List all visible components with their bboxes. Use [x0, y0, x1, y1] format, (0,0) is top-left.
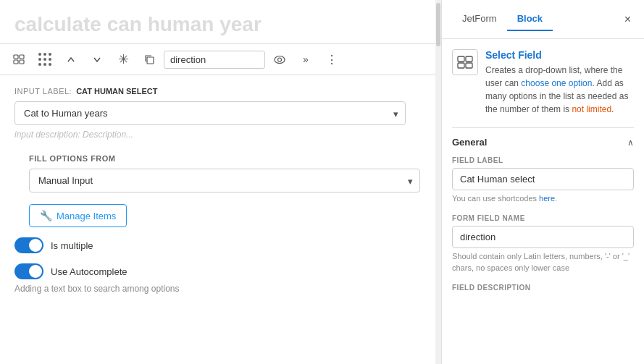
field-label-title: FIELD LABEL [452, 156, 634, 164]
drag-handle-btn[interactable] [33, 48, 57, 71]
input-label-prefix: INPUT LABEL: [14, 87, 72, 96]
form-field-name-hint: Should contain only Latin letters, numbe… [452, 251, 634, 274]
field-description-group: FIELD DESCRIPTION [452, 284, 634, 292]
field-icon [452, 49, 478, 75]
is-multiple-row: Is multiple [14, 237, 421, 253]
svg-rect-10 [466, 63, 472, 68]
right-panel-header: JetForm Block × [442, 0, 644, 39]
general-section: General ∧ FIELD LABEL You can use shortc… [452, 127, 634, 292]
left-panel: calculate can human year [0, 0, 435, 364]
field-info-text: Select Field Creates a drop-down list, w… [485, 49, 634, 116]
input-description-label: input description: [14, 130, 80, 140]
field-description: Creates a drop-down list, where the user… [485, 64, 634, 116]
svg-rect-7 [458, 56, 464, 62]
input-label-value: CAT HUMAN SELECT [76, 87, 157, 96]
svg-rect-0 [14, 55, 18, 59]
content-area: INPUT LABEL: CAT HUMAN SELECT Cat to Hum… [0, 75, 435, 305]
fill-options-label: FILL OPTIONS FROM [29, 154, 421, 163]
general-section-header: General ∧ [452, 137, 634, 148]
tab-jetform[interactable]: JetForm [452, 7, 507, 31]
scrollbar[interactable] [435, 0, 441, 364]
field-info-section: Select Field Creates a drop-down list, w… [452, 49, 634, 116]
field-label-input[interactable] [452, 168, 634, 190]
svg-rect-3 [20, 60, 24, 64]
fill-options-section: FILL OPTIONS FROM Manual Input ▾ 🔧 Manag… [29, 154, 421, 227]
field-description-title: FIELD DESCRIPTION [452, 284, 634, 292]
expand-btn[interactable]: » [294, 48, 317, 71]
block-icon-btn[interactable] [7, 48, 30, 71]
more-options-btn[interactable]: ⋮ [320, 48, 343, 71]
field-title: Select Field [485, 49, 634, 61]
form-field-name-group: FORM FIELD NAME Should contain only Lati… [452, 214, 634, 274]
main-select-wrapper: Cat to Human years ▾ [14, 101, 406, 125]
main-select[interactable]: Cat to Human years [14, 101, 406, 125]
svg-point-5 [275, 56, 285, 63]
field-label-group: FIELD LABEL You can use shortcodes here. [452, 156, 634, 204]
preview-btn[interactable] [268, 48, 291, 71]
use-autocomplete-toggle[interactable] [14, 263, 43, 279]
move-up-btn[interactable] [59, 48, 83, 71]
general-section-chevron[interactable]: ∧ [627, 137, 634, 148]
autocomplete-hint: Adding a text box to search among option… [14, 284, 421, 294]
drag-dots [38, 53, 52, 67]
highlight-choose: choose one option [521, 78, 592, 88]
tab-block[interactable]: Block [507, 7, 553, 31]
svg-point-6 [278, 58, 282, 62]
svg-rect-1 [20, 55, 24, 59]
right-panel-body: Select Field Creates a drop-down list, w… [442, 39, 644, 364]
close-button[interactable]: × [622, 10, 634, 29]
svg-rect-4 [147, 57, 154, 64]
use-autocomplete-label: Use Autocomplete [51, 266, 127, 277]
shortcodes-link[interactable]: here [539, 194, 555, 203]
input-description-row: input description: Description... [14, 130, 421, 140]
page-title: calculate can human year [0, 0, 435, 43]
form-field-name-input[interactable] [452, 226, 634, 248]
toolbar: ✳ » ⋮ [0, 43, 435, 75]
manage-items-button[interactable]: 🔧 Manage Items [29, 204, 127, 227]
svg-rect-8 [466, 56, 472, 62]
svg-rect-2 [14, 60, 18, 64]
form-field-name-title: FORM FIELD NAME [452, 214, 634, 222]
highlight-not-limited: not limited [572, 104, 611, 114]
field-name-input[interactable] [164, 51, 265, 69]
manage-items-label: Manage Items [57, 211, 116, 221]
fill-options-wrapper: Manual Input ▾ [29, 169, 420, 192]
move-down-btn[interactable] [85, 48, 109, 71]
is-multiple-label: Is multiple [51, 240, 93, 251]
required-btn[interactable]: ✳ [112, 48, 135, 71]
input-label-row: INPUT LABEL: CAT HUMAN SELECT [14, 87, 421, 96]
input-description-placeholder: Description... [83, 130, 133, 140]
right-panel: JetForm Block × Select Field Creates a d… [441, 0, 644, 364]
use-autocomplete-row: Use Autocomplete [14, 263, 421, 279]
svg-rect-9 [458, 63, 464, 68]
copy-btn[interactable] [138, 48, 161, 71]
wrench-icon: 🔧 [40, 210, 52, 221]
general-section-title: General [452, 137, 487, 148]
is-multiple-toggle[interactable] [14, 237, 43, 253]
field-label-hint: You can use shortcodes here. [452, 193, 634, 204]
fill-options-select[interactable]: Manual Input [29, 169, 420, 192]
scrollbar-thumb [436, 3, 440, 46]
